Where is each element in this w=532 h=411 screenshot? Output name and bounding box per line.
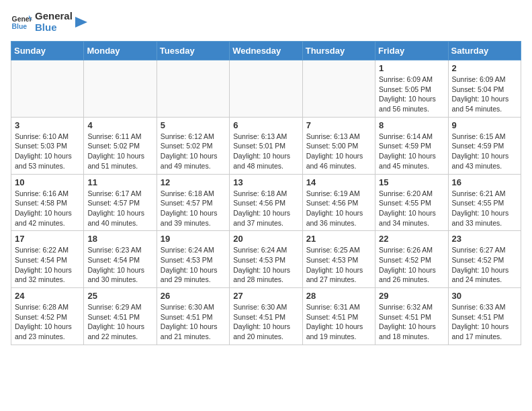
day-info: Sunrise: 6:24 AM Sunset: 4:53 PM Dayligh…	[161, 245, 226, 285]
day-number: 21	[306, 234, 371, 244]
calendar-cell: 11Sunrise: 6:17 AM Sunset: 4:57 PM Dayli…	[84, 174, 157, 231]
logo: General Blue General Blue	[11, 11, 87, 33]
calendar-cell	[11, 60, 84, 118]
day-number: 26	[161, 291, 226, 301]
day-number: 13	[233, 177, 298, 187]
day-number: 25	[87, 291, 152, 301]
calendar-cell: 8Sunrise: 6:14 AM Sunset: 4:59 PM Daylig…	[375, 117, 448, 174]
day-number: 5	[161, 120, 226, 130]
column-header-thursday: Thursday	[302, 42, 375, 60]
calendar-week-row: 10Sunrise: 6:16 AM Sunset: 4:58 PM Dayli…	[11, 174, 521, 231]
calendar-cell: 23Sunrise: 6:27 AM Sunset: 4:52 PM Dayli…	[448, 231, 521, 288]
logo-arrow-icon	[75, 13, 87, 32]
day-number: 14	[306, 177, 371, 187]
calendar-cell: 22Sunrise: 6:26 AM Sunset: 4:52 PM Dayli…	[375, 231, 448, 288]
day-info: Sunrise: 6:30 AM Sunset: 4:51 PM Dayligh…	[233, 302, 298, 342]
day-number: 11	[87, 177, 152, 187]
calendar-cell: 17Sunrise: 6:22 AM Sunset: 4:54 PM Dayli…	[11, 231, 84, 288]
day-info: Sunrise: 6:15 AM Sunset: 4:59 PM Dayligh…	[452, 132, 517, 171]
calendar-cell: 12Sunrise: 6:18 AM Sunset: 4:57 PM Dayli…	[157, 174, 229, 231]
day-info: Sunrise: 6:13 AM Sunset: 5:00 PM Dayligh…	[306, 132, 371, 171]
day-info: Sunrise: 6:30 AM Sunset: 4:51 PM Dayligh…	[161, 302, 226, 342]
calendar-cell: 5Sunrise: 6:12 AM Sunset: 5:02 PM Daylig…	[157, 117, 229, 174]
day-info: Sunrise: 6:24 AM Sunset: 4:53 PM Dayligh…	[233, 245, 298, 285]
column-header-tuesday: Tuesday	[157, 42, 229, 60]
day-info: Sunrise: 6:23 AM Sunset: 4:54 PM Dayligh…	[87, 245, 152, 285]
calendar-cell: 7Sunrise: 6:13 AM Sunset: 5:00 PM Daylig…	[302, 117, 375, 174]
calendar-header-row: SundayMondayTuesdayWednesdayThursdayFrid…	[11, 42, 521, 60]
calendar-cell: 1Sunrise: 6:09 AM Sunset: 5:05 PM Daylig…	[375, 60, 448, 118]
day-info: Sunrise: 6:10 AM Sunset: 5:03 PM Dayligh…	[15, 132, 80, 171]
column-header-sunday: Sunday	[11, 42, 84, 60]
calendar-cell: 10Sunrise: 6:16 AM Sunset: 4:58 PM Dayli…	[11, 174, 84, 231]
calendar-cell: 29Sunrise: 6:32 AM Sunset: 4:51 PM Dayli…	[375, 288, 448, 345]
logo-icon: General Blue	[11, 13, 32, 32]
day-info: Sunrise: 6:33 AM Sunset: 4:51 PM Dayligh…	[452, 302, 517, 342]
day-info: Sunrise: 6:12 AM Sunset: 5:02 PM Dayligh…	[161, 132, 226, 171]
column-header-saturday: Saturday	[448, 42, 521, 60]
day-number: 1	[379, 63, 444, 73]
day-info: Sunrise: 6:27 AM Sunset: 4:52 PM Dayligh…	[452, 245, 517, 285]
logo-text-blue: Blue	[35, 22, 73, 34]
logo-text-general: General	[35, 11, 73, 22]
column-header-friday: Friday	[375, 42, 448, 60]
day-info: Sunrise: 6:19 AM Sunset: 4:56 PM Dayligh…	[306, 189, 371, 228]
calendar-cell: 18Sunrise: 6:23 AM Sunset: 4:54 PM Dayli…	[84, 231, 157, 288]
day-number: 6	[233, 120, 298, 130]
day-number: 9	[452, 120, 517, 130]
day-info: Sunrise: 6:11 AM Sunset: 5:02 PM Dayligh…	[87, 132, 152, 171]
calendar-cell: 24Sunrise: 6:28 AM Sunset: 4:52 PM Dayli…	[11, 288, 84, 345]
day-number: 30	[452, 291, 517, 301]
day-number: 17	[15, 234, 80, 244]
page-header: General Blue General Blue	[11, 11, 521, 33]
day-number: 18	[87, 234, 152, 244]
calendar-cell: 30Sunrise: 6:33 AM Sunset: 4:51 PM Dayli…	[448, 288, 521, 345]
day-info: Sunrise: 6:26 AM Sunset: 4:52 PM Dayligh…	[379, 245, 444, 285]
calendar-cell: 26Sunrise: 6:30 AM Sunset: 4:51 PM Dayli…	[157, 288, 229, 345]
day-number: 15	[379, 177, 444, 187]
day-number: 20	[233, 234, 298, 244]
day-info: Sunrise: 6:14 AM Sunset: 4:59 PM Dayligh…	[379, 132, 444, 171]
calendar-cell: 4Sunrise: 6:11 AM Sunset: 5:02 PM Daylig…	[84, 117, 157, 174]
calendar-cell: 6Sunrise: 6:13 AM Sunset: 5:01 PM Daylig…	[230, 117, 302, 174]
calendar-cell	[302, 60, 375, 118]
day-number: 7	[306, 120, 371, 130]
day-info: Sunrise: 6:18 AM Sunset: 4:57 PM Dayligh…	[161, 189, 226, 228]
day-info: Sunrise: 6:22 AM Sunset: 4:54 PM Dayligh…	[15, 245, 80, 285]
calendar-table: SundayMondayTuesdayWednesdayThursdayFrid…	[11, 41, 521, 345]
calendar-cell: 28Sunrise: 6:31 AM Sunset: 4:51 PM Dayli…	[302, 288, 375, 345]
calendar-cell: 27Sunrise: 6:30 AM Sunset: 4:51 PM Dayli…	[230, 288, 302, 345]
calendar-cell: 15Sunrise: 6:20 AM Sunset: 4:55 PM Dayli…	[375, 174, 448, 231]
day-info: Sunrise: 6:09 AM Sunset: 5:04 PM Dayligh…	[452, 75, 517, 114]
day-number: 2	[452, 63, 517, 73]
day-number: 10	[15, 177, 80, 187]
day-info: Sunrise: 6:28 AM Sunset: 4:52 PM Dayligh…	[15, 302, 80, 342]
day-number: 29	[379, 291, 444, 301]
calendar-cell	[157, 60, 229, 118]
column-header-wednesday: Wednesday	[230, 42, 302, 60]
calendar-cell: 13Sunrise: 6:18 AM Sunset: 4:56 PM Dayli…	[230, 174, 302, 231]
calendar-cell: 2Sunrise: 6:09 AM Sunset: 5:04 PM Daylig…	[448, 60, 521, 118]
day-info: Sunrise: 6:18 AM Sunset: 4:56 PM Dayligh…	[233, 189, 298, 228]
calendar-week-row: 3Sunrise: 6:10 AM Sunset: 5:03 PM Daylig…	[11, 117, 521, 174]
calendar-cell	[230, 60, 302, 118]
day-number: 27	[233, 291, 298, 301]
calendar-cell: 3Sunrise: 6:10 AM Sunset: 5:03 PM Daylig…	[11, 117, 84, 174]
svg-text:Blue: Blue	[12, 23, 28, 30]
day-info: Sunrise: 6:29 AM Sunset: 4:51 PM Dayligh…	[87, 302, 152, 342]
day-number: 16	[452, 177, 517, 187]
day-info: Sunrise: 6:32 AM Sunset: 4:51 PM Dayligh…	[379, 302, 444, 342]
day-info: Sunrise: 6:13 AM Sunset: 5:01 PM Dayligh…	[233, 132, 298, 171]
column-header-monday: Monday	[84, 42, 157, 60]
day-number: 24	[15, 291, 80, 301]
day-number: 22	[379, 234, 444, 244]
calendar-cell: 25Sunrise: 6:29 AM Sunset: 4:51 PM Dayli…	[84, 288, 157, 345]
day-info: Sunrise: 6:20 AM Sunset: 4:55 PM Dayligh…	[379, 189, 444, 228]
calendar-cell: 19Sunrise: 6:24 AM Sunset: 4:53 PM Dayli…	[157, 231, 229, 288]
day-number: 3	[15, 120, 80, 130]
day-info: Sunrise: 6:21 AM Sunset: 4:55 PM Dayligh…	[452, 189, 517, 228]
day-number: 12	[161, 177, 226, 187]
day-info: Sunrise: 6:16 AM Sunset: 4:58 PM Dayligh…	[15, 189, 80, 228]
day-info: Sunrise: 6:09 AM Sunset: 5:05 PM Dayligh…	[379, 75, 444, 114]
calendar-week-row: 17Sunrise: 6:22 AM Sunset: 4:54 PM Dayli…	[11, 231, 521, 288]
